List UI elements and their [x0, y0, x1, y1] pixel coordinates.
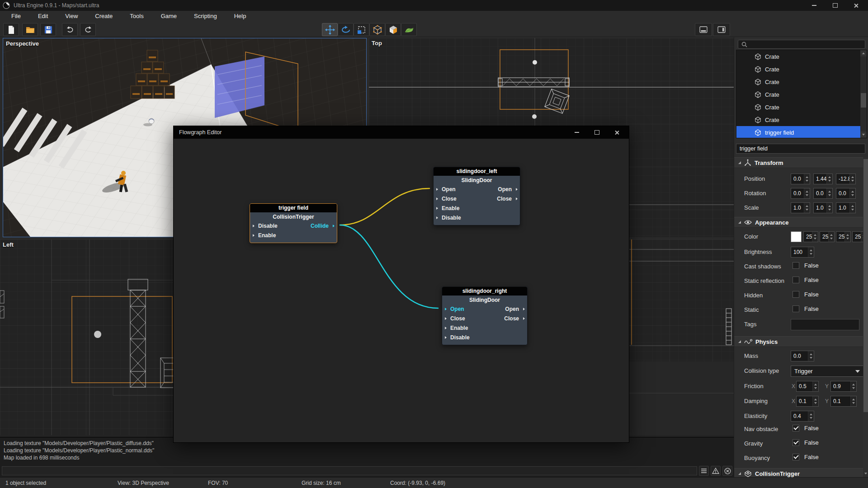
rect-select-tool-button[interactable]: [354, 23, 369, 36]
flowgraph-close-button[interactable]: [608, 126, 625, 139]
menu-game[interactable]: Game: [152, 11, 185, 22]
port-row[interactable]: Close Close: [434, 194, 520, 204]
menu-file[interactable]: File: [3, 11, 29, 22]
list-item-crate[interactable]: Crate: [736, 63, 867, 75]
object-list-scrollbar[interactable]: [860, 50, 867, 138]
port-enable-in[interactable]: Enable: [450, 324, 468, 333]
static-reflection-checkbox[interactable]: [793, 277, 799, 283]
port-close-out[interactable]: Close: [497, 194, 512, 204]
port-disable-in[interactable]: Disable: [450, 333, 470, 343]
list-item-trigger-field[interactable]: trigger field: [736, 126, 867, 138]
scroll-down-icon[interactable]: [860, 131, 867, 138]
color-swatch[interactable]: [791, 231, 802, 242]
scroll-up-icon[interactable]: [860, 50, 867, 56]
node-slidingdoor-left[interactable]: slidingdoor_left SlidingDoor Open Open C…: [433, 167, 520, 225]
color-g-spinbox[interactable]: 25: [820, 231, 835, 242]
scene-object-list[interactable]: Crate Crate Crate Crate Crate Crate: [736, 50, 867, 138]
hidden-checkbox[interactable]: [793, 291, 799, 298]
wire-collide-to-doorleft-open[interactable]: [340, 188, 429, 225]
flowgraph-canvas[interactable]: trigger field CollisionTrigger Disable C…: [174, 139, 629, 442]
input-port-icon[interactable]: [445, 336, 447, 339]
elasticity-spinbox[interactable]: 0.4: [791, 411, 814, 422]
sphere-top-1[interactable]: [533, 60, 537, 65]
section-transform[interactable]: Transform: [734, 157, 863, 168]
port-open-out[interactable]: Open: [505, 305, 519, 314]
scrollbar-thumb[interactable]: [861, 93, 866, 108]
node-title[interactable]: slidingdoor_left: [434, 167, 520, 176]
wire-collide-to-doorright-open[interactable]: [340, 225, 438, 308]
redo-button[interactable]: [80, 23, 96, 36]
mass-spinbox[interactable]: 0.0: [791, 351, 814, 361]
toggle-right-panel-button[interactable]: [713, 23, 730, 36]
input-port-icon[interactable]: [436, 207, 438, 210]
toggle-bottom-panel-button[interactable]: [695, 23, 712, 36]
cast-shadows-checkbox[interactable]: [793, 262, 799, 269]
output-port-icon[interactable]: [333, 225, 335, 227]
minimize-button[interactable]: [804, 0, 825, 11]
console-error-filter-button[interactable]: [722, 466, 732, 476]
port-collide[interactable]: Collide: [311, 221, 329, 231]
menu-help[interactable]: Help: [226, 11, 255, 22]
port-disable[interactable]: Disable: [258, 221, 278, 231]
console-warning-filter-button[interactable]: [711, 466, 721, 476]
node-slidingdoor-right[interactable]: slidingdoor_right SlidingDoor Open Open …: [442, 286, 528, 345]
node-title[interactable]: slidingdoor_right: [442, 287, 527, 296]
rotation-z-spinbox[interactable]: 0.0: [836, 188, 856, 199]
friction-y-spinbox[interactable]: 0.9: [830, 381, 857, 392]
port-row[interactable]: Enable: [434, 204, 520, 213]
port-open-in[interactable]: Open: [442, 185, 456, 194]
buoyancy-checkbox[interactable]: [793, 454, 799, 460]
flowgraph-editor-window[interactable]: Flowgraph Editor trigger field Collision…: [173, 126, 629, 443]
input-port-icon[interactable]: [253, 234, 255, 237]
port-row[interactable]: Close Close: [442, 314, 527, 324]
nav-obstacle-checkbox[interactable]: [793, 425, 799, 432]
output-port-icon[interactable]: [523, 308, 525, 310]
menu-view[interactable]: View: [57, 11, 86, 22]
output-port-icon[interactable]: [516, 197, 518, 200]
node-title[interactable]: trigger field: [250, 204, 337, 212]
port-row[interactable]: Enable: [250, 231, 337, 240]
input-port-icon[interactable]: [253, 225, 255, 227]
new-file-button[interactable]: [3, 23, 19, 36]
object-search-input[interactable]: [750, 41, 865, 48]
save-button[interactable]: [40, 23, 56, 36]
flowgraph-minimize-button[interactable]: [568, 126, 585, 139]
close-button[interactable]: [845, 0, 866, 11]
console-log-filter-button[interactable]: [699, 466, 709, 476]
menu-scripting[interactable]: Scripting: [185, 11, 226, 22]
port-open-in[interactable]: Open: [450, 305, 464, 314]
static-checkbox[interactable]: [793, 305, 799, 312]
list-item-crate[interactable]: Crate: [736, 101, 867, 113]
list-item-crate[interactable]: Crate: [736, 88, 867, 101]
maximize-button[interactable]: [825, 0, 845, 11]
port-enable-in[interactable]: Enable: [442, 204, 459, 213]
gravity-checkbox[interactable]: [793, 439, 799, 446]
port-close-in[interactable]: Close: [450, 314, 465, 324]
port-open-out[interactable]: Open: [498, 185, 512, 194]
object-search-box[interactable]: [738, 40, 865, 49]
flowgraph-title-bar[interactable]: Flowgraph Editor: [174, 126, 629, 139]
port-row[interactable]: Open Open: [442, 305, 527, 314]
output-port-icon[interactable]: [523, 317, 525, 320]
undo-button[interactable]: [62, 23, 78, 36]
input-port-icon[interactable]: [445, 308, 447, 310]
position-y-spinbox[interactable]: 1.44: [813, 174, 833, 184]
vertex-cube-tool-button[interactable]: [369, 23, 385, 36]
port-close-out[interactable]: Close: [504, 314, 519, 324]
menu-tools[interactable]: Tools: [121, 11, 152, 22]
section-physics[interactable]: Physics: [734, 336, 863, 347]
object-name-input[interactable]: [736, 144, 865, 154]
input-port-icon[interactable]: [436, 197, 438, 200]
friction-x-spinbox[interactable]: 0.5: [796, 381, 819, 392]
scroll-down-icon[interactable]: [863, 471, 868, 476]
solid-cube-tool-button[interactable]: [385, 23, 401, 36]
flowgraph-maximize-button[interactable]: [588, 126, 605, 139]
color-r-spinbox[interactable]: 25: [803, 231, 818, 242]
port-row[interactable]: Disable Collide: [250, 221, 337, 231]
input-port-icon[interactable]: [436, 216, 438, 219]
list-item-crate[interactable]: Crate: [736, 113, 867, 126]
tags-input[interactable]: [791, 319, 859, 330]
sphere-left[interactable]: [94, 331, 101, 338]
position-x-spinbox[interactable]: 0.0: [791, 174, 810, 184]
input-port-icon[interactable]: [445, 327, 447, 329]
